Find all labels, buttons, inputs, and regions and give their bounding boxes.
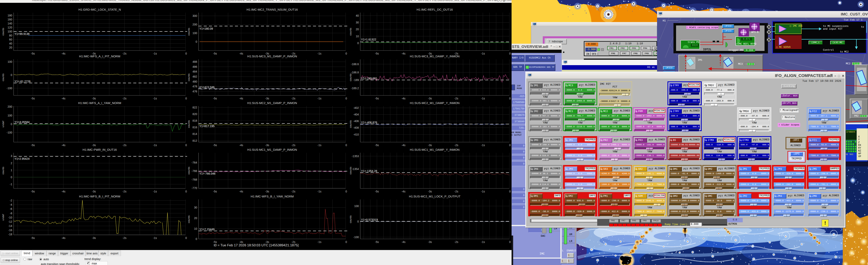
- svg-text:486: 486: [192, 65, 197, 68]
- svg-text:-5s: -5s: [213, 52, 217, 55]
- svg-text:undef: undef: [2, 214, 5, 220]
- svg-text:820: 820: [192, 112, 197, 116]
- svg-text:100: 100: [8, 60, 12, 63]
- svg-text:H1:SUS-MC2_M1_LOCK_P_OUTPUT: H1:SUS-MC2_M1_LOCK_P_OUTPUT: [409, 195, 461, 198]
- svg-text:-4s: -4s: [401, 190, 405, 193]
- svg-text:-5s: -5s: [213, 240, 217, 243]
- svg-text:-2s: -2s: [123, 236, 126, 240]
- svg-text:488: 488: [192, 60, 197, 63]
- svg-text:-5s: -5s: [213, 190, 217, 193]
- svg-text:200: 200: [192, 23, 197, 26]
- svg-text:-5s: -5s: [213, 143, 217, 147]
- svg-text:Y1=-766.046: Y1=-766.046: [199, 172, 216, 175]
- svg-text:40: 40: [9, 42, 12, 45]
- svg-text:-410: -410: [353, 133, 359, 136]
- svg-text:-12: -12: [8, 220, 12, 223]
- svg-text:H1:SUS-MC3_M1_DAMP_P_INMON: H1:SUS-MC3_M1_DAMP_P_INMON: [247, 55, 297, 58]
- svg-text:-3s: -3s: [92, 190, 96, 193]
- svg-text:-4s: -4s: [239, 97, 243, 100]
- svg-text:-2s: -2s: [454, 97, 458, 100]
- svg-text:40: 40: [355, 14, 359, 17]
- svg-text:-6: -6: [10, 207, 12, 210]
- svg-text:-10: -10: [8, 216, 12, 219]
- svg-text:Y1=817.195: Y1=817.195: [199, 125, 215, 128]
- svg-text:-5s: -5s: [375, 190, 379, 193]
- svg-text:0: 0: [10, 123, 12, 126]
- svg-text:-4s: -4s: [401, 143, 405, 147]
- svg-text:counts: counts: [2, 166, 5, 175]
- svg-text:-2s: -2s: [123, 97, 126, 100]
- svg-text:484: 484: [192, 70, 197, 73]
- svg-text:-5s: -5s: [31, 97, 35, 100]
- svg-text:H1:SUS-MC2_M1_DAMP_Y_INMON: H1:SUS-MC2_M1_DAMP_Y_INMON: [410, 101, 460, 105]
- svg-text:-408: -408: [353, 126, 359, 129]
- svg-text:-4s: -4s: [61, 236, 65, 240]
- svg-text:H1:IMC-PWR_IN_OUT16: H1:IMC-PWR_IN_OUT16: [83, 148, 117, 151]
- svg-text:-4s: -4s: [239, 240, 243, 243]
- svg-text:20: 20: [355, 28, 359, 31]
- svg-text:140: 140: [8, 22, 12, 25]
- svg-text:0: 0: [195, 40, 197, 43]
- svg-text:Y1=-406.876: Y1=-406.876: [361, 121, 377, 124]
- svg-text:-3s: -3s: [428, 190, 432, 193]
- svg-text:-4: -4: [10, 203, 12, 206]
- svg-text:-8: -8: [10, 212, 12, 215]
- svg-text:counts: counts: [187, 28, 190, 35]
- svg-text:H1:SUS-MC2_M1_DAMP_P_INMON: H1:SUS-MC2_M1_DAMP_P_INMON: [247, 101, 297, 105]
- svg-text:-2s: -2s: [291, 190, 295, 193]
- svg-text:200: 200: [8, 105, 12, 108]
- svg-text:Y1=2.95424: Y1=2.95424: [14, 157, 30, 160]
- svg-text:0: 0: [185, 52, 187, 55]
- svg-text:-768: -768: [191, 178, 197, 181]
- svg-text:0: 0: [10, 176, 12, 179]
- svg-text:-4s: -4s: [61, 143, 65, 147]
- svg-text:-2s: -2s: [291, 240, 295, 243]
- svg-text:-5s: -5s: [375, 143, 379, 147]
- svg-text:-1s: -1s: [153, 97, 157, 100]
- svg-text:-2s: -2s: [291, 143, 295, 147]
- svg-text:30: 30: [194, 206, 197, 209]
- svg-text:-1s: -1s: [481, 97, 485, 100]
- svg-text:-3s: -3s: [428, 240, 432, 243]
- svg-text:Y1=7.15449: Y1=7.15449: [199, 228, 215, 231]
- svg-text:counts: counts: [2, 73, 5, 81]
- svg-text:0: 0: [509, 52, 511, 55]
- svg-text:Y1=4.05584: Y1=4.05584: [14, 121, 30, 124]
- svg-text:counts: counts: [187, 120, 190, 128]
- svg-text:-1s: -1s: [481, 52, 485, 55]
- svg-text:10: 10: [355, 35, 359, 38]
- svg-text:-1s: -1s: [317, 143, 321, 147]
- svg-text:Y1=477.046: Y1=477.046: [199, 86, 215, 89]
- svg-text:3: 3: [10, 154, 12, 158]
- svg-text:-189: -189: [353, 78, 359, 82]
- svg-text:476: 476: [192, 90, 197, 93]
- svg-text:-188.8: -188.8: [351, 71, 359, 74]
- svg-text:-4s: -4s: [239, 190, 243, 193]
- svg-text:H1:IMC-WFS_A_I_PIT_NORM: H1:IMC-WFS_A_I_PIT_NORM: [79, 55, 120, 58]
- svg-text:300: 300: [192, 14, 197, 18]
- svg-text:Y1=-61.2726: Y1=-61.2726: [14, 80, 31, 83]
- svg-text:0: 0: [509, 97, 511, 100]
- svg-text:-5s: -5s: [31, 236, 35, 240]
- svg-text:816: 816: [192, 126, 197, 129]
- svg-text:-5s: -5s: [31, 52, 35, 55]
- svg-text:-2s: -2s: [291, 97, 295, 100]
- svg-text:-1353: -1353: [352, 155, 359, 158]
- svg-text:-4s: -4s: [401, 52, 405, 55]
- svg-text:1: 1: [10, 168, 12, 172]
- svg-text:0: 0: [185, 143, 187, 147]
- svg-text:-770: -770: [191, 186, 197, 190]
- svg-text:-764: -764: [191, 161, 197, 164]
- svg-text:-4s: -4s: [61, 190, 65, 193]
- svg-text:-3s: -3s: [92, 97, 96, 100]
- svg-text:H1:IMC-REFL_DC_OUT16: H1:IMC-REFL_DC_OUT16: [417, 8, 453, 11]
- svg-text:Y1=180.09: Y1=180.09: [199, 27, 213, 30]
- svg-text:20: 20: [194, 216, 197, 220]
- svg-text:-406: -406: [353, 120, 359, 123]
- svg-text:-188.6: -188.6: [351, 62, 359, 66]
- svg-text:0: 0: [185, 97, 187, 100]
- svg-text:100: 100: [8, 114, 12, 117]
- svg-text:-4s: -4s: [239, 52, 243, 55]
- svg-text:-16: -16: [8, 229, 12, 232]
- svg-text:H1:IMC-MC2_TRANS_NSUM_OUT16: H1:IMC-MC2_TRANS_NSUM_OUT16: [247, 8, 298, 11]
